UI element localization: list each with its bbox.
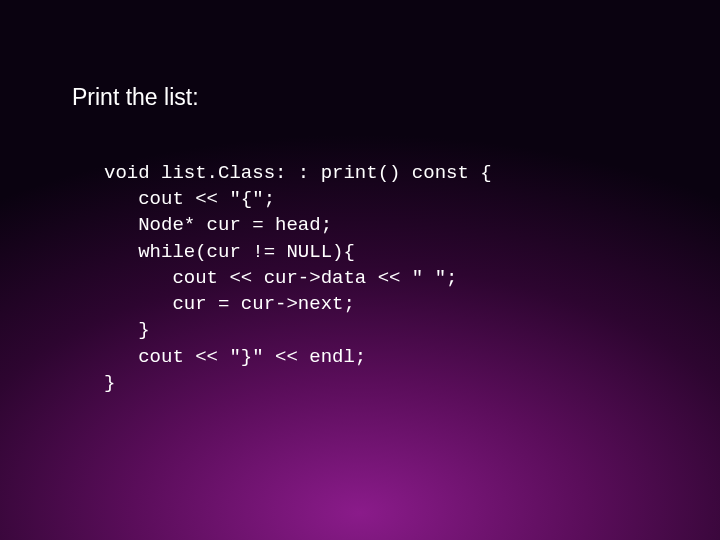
slide-heading: Print the list:	[72, 84, 199, 111]
slide: Print the list: void list.Class: : print…	[0, 0, 720, 540]
code-block: void list.Class: : print() const { cout …	[104, 160, 492, 396]
